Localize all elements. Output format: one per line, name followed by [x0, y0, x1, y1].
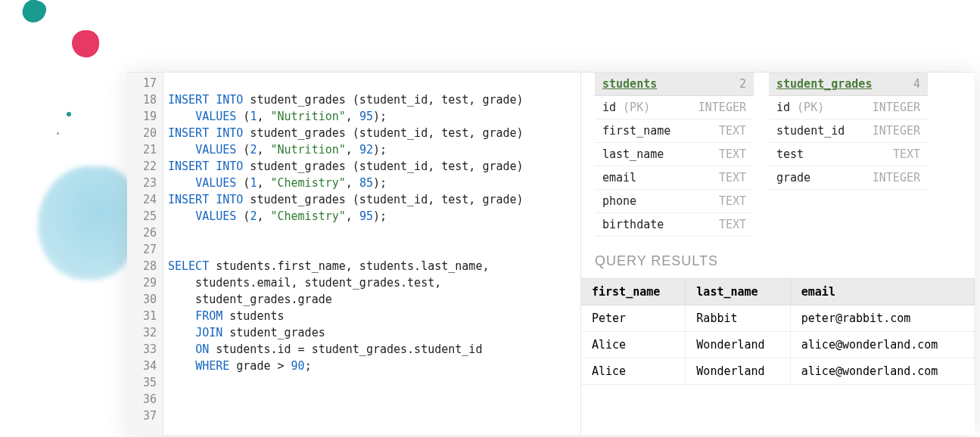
decorative-dot: [67, 112, 71, 116]
code-line[interactable]: VALUES (2, "Chemistry", 95);: [168, 208, 524, 225]
code-line[interactable]: students.email, student_grades.test,: [168, 274, 524, 291]
schema-column-row: testTEXT: [769, 143, 928, 166]
line-number: 19: [127, 108, 163, 125]
line-number: 33: [127, 341, 163, 358]
line-number: 31: [127, 308, 163, 324]
line-number: 26: [127, 225, 163, 241]
results-cell: Alice: [581, 358, 686, 385]
results-cell: peter@rabbit.com: [790, 305, 974, 332]
results-column-header: email: [790, 279, 974, 305]
line-number: 27: [127, 241, 163, 258]
code-line[interactable]: WHERE grade > 90;: [168, 358, 524, 374]
code-line[interactable]: [168, 374, 524, 391]
decorative-blob: [20, 0, 48, 26]
sql-editor-window: 1718192021222324252627282930313233343536…: [127, 72, 975, 435]
code-line[interactable]: [168, 408, 524, 424]
line-number: 25: [127, 208, 163, 225]
schema-name-link[interactable]: student_grades: [776, 77, 872, 91]
query-results-heading: QUERY RESULTS: [581, 237, 975, 278]
code-line[interactable]: ON students.id = student_grades.student_…: [168, 341, 524, 358]
schema-row-count: 4: [913, 77, 920, 91]
decorative-dot: [57, 132, 59, 135]
code-line[interactable]: INSERT INTO student_grades (student_id, …: [168, 91, 524, 108]
schema-column-row: gradeINTEGER: [769, 166, 928, 190]
schema-column-row: emailTEXT: [595, 166, 754, 190]
schema-column-row: birthdateTEXT: [595, 213, 754, 237]
schema-list: students2id (PK)INTEGERfirst_nameTEXTlas…: [581, 73, 975, 237]
code-line[interactable]: [168, 241, 524, 258]
results-row: PeterRabbitpeter@rabbit.com: [581, 305, 975, 332]
line-number: 24: [127, 191, 163, 208]
line-number: 30: [127, 291, 163, 308]
results-cell: Peter: [581, 305, 686, 332]
code-line[interactable]: VALUES (1, "Nutrition", 95);: [168, 108, 524, 125]
line-number: 28: [127, 258, 163, 274]
schema-column-row: id (PK)INTEGER: [595, 96, 754, 119]
line-number: 35: [127, 374, 163, 391]
code-line[interactable]: FROM students: [168, 308, 524, 324]
query-results-table: first_namelast_nameemailPeterRabbitpeter…: [581, 278, 975, 385]
schema-row-count: 2: [739, 77, 746, 91]
line-number: 17: [127, 75, 163, 91]
schema-header: students2: [595, 73, 754, 96]
code-line[interactable]: [168, 75, 524, 91]
code-line[interactable]: [168, 225, 524, 241]
code-line[interactable]: VALUES (1, "Chemistry", 85);: [168, 175, 524, 191]
code-line[interactable]: INSERT INTO student_grades (student_id, …: [168, 158, 524, 175]
results-panel: students2id (PK)INTEGERfirst_nameTEXTlas…: [581, 73, 975, 435]
decorative-blob: [72, 30, 99, 57]
results-row: AliceWonderlandalice@wonderland.com: [581, 332, 975, 358]
code-line[interactable]: student_grades.grade: [168, 291, 524, 308]
line-number: 29: [127, 274, 163, 291]
line-number: 36: [127, 391, 163, 408]
code-line[interactable]: VALUES (2, "Nutrition", 92);: [168, 141, 524, 158]
code-line[interactable]: JOIN student_grades: [168, 324, 524, 341]
schema-table: students2id (PK)INTEGERfirst_nameTEXTlas…: [595, 73, 754, 237]
decorative-blob: [38, 166, 136, 280]
results-cell: Rabbit: [686, 305, 790, 332]
results-cell: alice@wonderland.com: [790, 332, 974, 358]
results-cell: Wonderland: [686, 358, 790, 385]
schema-name-link[interactable]: students: [602, 77, 657, 91]
code-line[interactable]: [168, 391, 524, 408]
line-number: 21: [127, 141, 163, 158]
results-cell: Wonderland: [686, 332, 790, 358]
code-panel: 1718192021222324252627282930313233343536…: [127, 73, 581, 435]
line-number: 32: [127, 324, 163, 341]
results-column-header: last_name: [686, 279, 790, 305]
line-number: 34: [127, 358, 163, 374]
line-number: 22: [127, 158, 163, 175]
line-number-gutter: 1718192021222324252627282930313233343536…: [127, 73, 163, 435]
line-number: 18: [127, 91, 163, 108]
results-cell: Alice: [581, 332, 686, 358]
schema-column-row: last_nameTEXT: [595, 143, 754, 166]
code-line[interactable]: INSERT INTO student_grades (student_id, …: [168, 125, 524, 141]
schema-table: student_grades4id (PK)INTEGERstudent_idI…: [769, 73, 928, 237]
code-line[interactable]: INSERT INTO student_grades (student_id, …: [168, 191, 524, 208]
results-row: AliceWonderlandalice@wonderland.com: [581, 358, 975, 385]
line-number: 37: [127, 408, 163, 424]
line-number: 23: [127, 175, 163, 191]
code-line[interactable]: SELECT students.first_name, students.las…: [168, 258, 524, 274]
schema-column-row: phoneTEXT: [595, 190, 754, 213]
schema-column-row: first_nameTEXT: [595, 119, 754, 143]
schema-column-row: id (PK)INTEGER: [769, 96, 928, 119]
results-cell: alice@wonderland.com: [790, 358, 974, 385]
line-number: 20: [127, 125, 163, 141]
results-column-header: first_name: [581, 279, 686, 305]
code-editor[interactable]: INSERT INTO student_grades (student_id, …: [163, 73, 528, 435]
schema-column-row: student_idINTEGER: [769, 119, 928, 143]
schema-header: student_grades4: [769, 73, 928, 96]
